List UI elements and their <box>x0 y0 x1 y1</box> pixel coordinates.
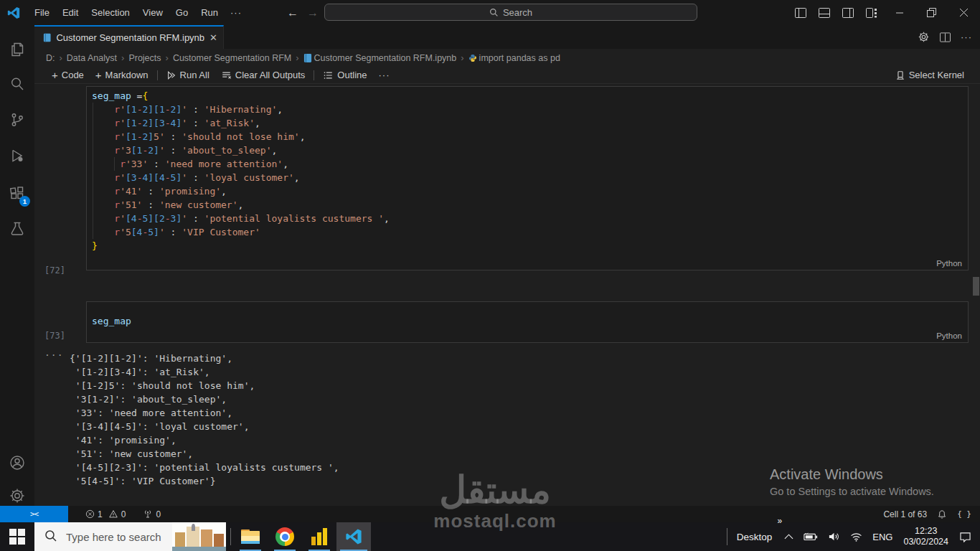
add-markdown-cell-button[interactable]: + Markdown <box>90 67 154 84</box>
restore-button[interactable] <box>915 0 948 25</box>
menu-go[interactable]: Go <box>169 0 194 25</box>
toggle-panel-icon[interactable] <box>812 0 836 25</box>
notebook-toolbar: + Code + Markdown Run All Clear All Outp… <box>34 67 980 84</box>
testing-icon[interactable] <box>0 213 34 245</box>
taskbar-file-explorer[interactable] <box>233 522 268 551</box>
breadcrumb-data-analyst[interactable]: Data Analyst <box>67 53 117 63</box>
output-line: '5[4-5]': 'VIP Customer'} <box>70 474 339 488</box>
menu-file[interactable]: File <box>28 0 56 25</box>
hidden-icons-chevron[interactable] <box>779 522 798 551</box>
system-tray: Desktop » ENG 12:23 03/02/2024 <box>725 522 980 551</box>
code-line: seg_map <box>92 314 965 328</box>
desktop-toolbar[interactable]: Desktop » <box>730 522 780 551</box>
breadcrumb-symbol[interactable]: import pandas as pd <box>479 53 560 63</box>
desktop-label: Desktop <box>737 532 773 542</box>
problems-indicator[interactable]: 1 0 <box>85 509 126 519</box>
select-kernel-label: Select Kernel <box>909 70 964 80</box>
code-cell-2[interactable]: seg_map Python <box>86 301 969 343</box>
add-code-label: Code <box>62 70 84 80</box>
add-code-cell-button[interactable]: + Code <box>46 67 90 84</box>
menu-run[interactable]: Run <box>194 0 225 25</box>
nav-forward-icon[interactable]: → <box>301 6 324 19</box>
taskbar-power-bi[interactable] <box>302 522 336 551</box>
code-line: r'[1-2][3-4]' : 'at_Risk', <box>92 116 965 130</box>
menu-more-icon[interactable]: ··· <box>225 7 248 18</box>
code-line: r'[1-2][1-2]' : 'Hibernating', <box>92 103 965 116</box>
battery-icon[interactable] <box>798 522 823 551</box>
ports-indicator[interactable]: 0 <box>143 509 161 519</box>
output-lines: {'[1-2][1-2]': 'Hibernating', '[1-2][3-4… <box>70 352 339 488</box>
code-cell-1[interactable]: seg_map ={ r'[1-2][1-2]' : 'Hibernating'… <box>86 86 969 270</box>
vscode-logo-icon <box>6 6 21 20</box>
close-window-button[interactable] <box>948 0 980 25</box>
kernel-icon <box>895 70 905 80</box>
cell2-code[interactable]: seg_map <box>92 314 965 328</box>
run-debug-icon[interactable] <box>0 140 34 171</box>
notifications-bell-icon[interactable] <box>937 509 947 519</box>
outline-label: Outline <box>337 70 367 80</box>
search-label: Search <box>503 7 532 18</box>
outline-icon <box>323 70 334 80</box>
breadcrumb-projects[interactable]: Projects <box>128 53 161 63</box>
taskbar-chrome[interactable] <box>268 522 302 551</box>
execution-count-cell2: [73] <box>44 331 65 341</box>
code-line: seg_map ={ <box>92 89 965 103</box>
clear-outputs-icon <box>221 70 232 80</box>
tab-customer-segmentation[interactable]: Customer Segmentation RFM.ipynb ✕ <box>34 25 224 49</box>
breadcrumbs: D: › Data Analyst › Projects › Customer … <box>34 49 980 67</box>
screen: File Edit Selection View Go Run ··· ← → … <box>0 0 980 551</box>
wifi-icon[interactable] <box>845 522 867 551</box>
command-center-search[interactable]: Search <box>324 4 697 21</box>
account-icon[interactable] <box>0 447 34 479</box>
outline-button[interactable]: Outline <box>317 67 372 84</box>
cell1-code[interactable]: seg_map ={ r'[1-2][1-2]' : 'Hibernating'… <box>92 89 965 253</box>
notebook-settings-gear-icon[interactable] <box>914 28 933 47</box>
clock[interactable]: 12:23 03/02/2024 <box>897 522 954 551</box>
taskbar-search[interactable] <box>34 522 226 551</box>
braces-icon[interactable]: { } <box>957 509 971 519</box>
editor-more-actions-icon[interactable]: ··· <box>957 28 976 47</box>
chevron-double-icon[interactable]: » <box>778 516 783 526</box>
start-button[interactable] <box>0 522 34 551</box>
output-line: '51': 'new customer', <box>70 447 339 461</box>
toggle-sidebar-icon[interactable] <box>788 0 812 25</box>
menu-edit[interactable]: Edit <box>56 0 85 25</box>
explorer-icon[interactable] <box>0 34 34 65</box>
clear-all-outputs-button[interactable]: Clear All Outputs <box>215 67 311 84</box>
minimize-button[interactable] <box>883 0 915 25</box>
add-markdown-label: Markdown <box>105 70 149 80</box>
code-line: r'41' : 'promising', <box>92 184 965 198</box>
toolbar-more-actions-icon[interactable]: ··· <box>373 67 396 84</box>
toggle-secondary-sidebar-icon[interactable] <box>836 0 859 25</box>
volume-icon[interactable] <box>823 522 845 551</box>
breadcrumb-file[interactable]: Customer Segmentation RFM.ipynb <box>314 53 457 63</box>
split-editor-icon[interactable] <box>936 28 954 47</box>
breadcrumb-drive[interactable]: D: <box>46 53 55 63</box>
cell-language-label[interactable]: Python <box>936 259 962 268</box>
extensions-icon[interactable]: 1 <box>0 177 34 209</box>
search-sidebar-icon[interactable] <box>0 68 34 100</box>
output-collapse-toggle[interactable]: ··· <box>44 349 63 360</box>
select-kernel-button[interactable]: Select Kernel <box>890 67 970 84</box>
action-center-icon[interactable] <box>954 522 980 551</box>
windows-taskbar: Desktop » ENG 12:23 03/02/2024 <box>0 522 980 551</box>
taskbar-vscode[interactable] <box>336 522 371 551</box>
run-all-button[interactable]: Run All <box>161 67 215 84</box>
remote-indicator[interactable]: >< <box>0 506 68 522</box>
menu-view[interactable]: View <box>136 0 169 25</box>
activity-bar: 1 <box>0 25 34 506</box>
cell-language-label[interactable]: Python <box>936 331 962 340</box>
input-language[interactable]: ENG <box>867 522 897 551</box>
code-line: r'[3-4][4-5]' : 'loyal customer', <box>92 171 965 184</box>
breadcrumb-folder[interactable]: Customer Segmentation RFM <box>173 53 291 63</box>
chevron-right-icon: › <box>164 52 171 63</box>
source-control-icon[interactable] <box>0 104 34 136</box>
tab-close-icon[interactable]: ✕ <box>209 32 217 43</box>
vertical-scrollbar[interactable] <box>973 277 979 296</box>
notebook-editor: seg_map ={ r'[1-2][1-2]' : 'Hibernating'… <box>34 84 980 506</box>
taskbar-separator <box>230 528 231 545</box>
language-label: ENG <box>872 532 892 542</box>
menu-selection[interactable]: Selection <box>85 0 136 25</box>
cell-indicator[interactable]: Cell 1 of 63 <box>883 509 927 519</box>
customize-layout-icon[interactable] <box>859 0 883 25</box>
